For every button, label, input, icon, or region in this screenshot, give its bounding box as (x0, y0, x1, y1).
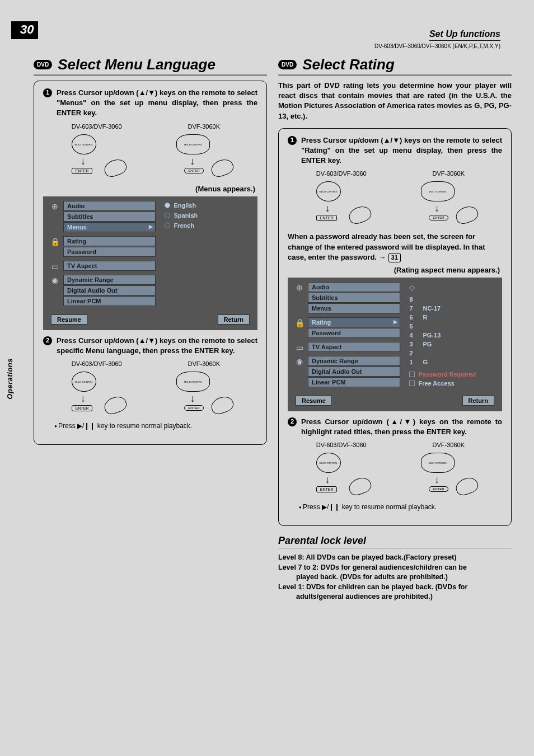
dpad-icon (72, 134, 96, 154)
title-select-rating: Select Rating (302, 56, 395, 73)
step-text: 1 Press Cursor up/down (▲/▼) keys on the… (288, 135, 502, 166)
page-number: 30 (11, 21, 38, 39)
hand-icon (346, 204, 373, 226)
menu-right-pane: English Spanish French (160, 201, 252, 309)
header-section-title: Set Up functions (429, 29, 500, 41)
resume-playback-note: Press ▶/❙❙ key to resume normal playback… (54, 422, 257, 430)
enter-button-graphic: ENTER (184, 405, 203, 411)
dvd-badge-icon: DVD (34, 60, 52, 69)
remote-graphic: ↓ ENTER (173, 132, 235, 177)
menu-group: 🔒 Rating Password (49, 236, 156, 257)
menu-item: Rating (63, 236, 156, 246)
right-step-2: 2 Press Cursor up/down (▲/▼) keys on the… (288, 417, 502, 511)
menu-items: TV Aspect (308, 342, 400, 353)
tv-icon: ▭ (293, 342, 306, 353)
section-title-select-rating: DVD Select Rating (278, 56, 512, 76)
remote-diagram-row: DV-603/DVF-3060 ↓ ENTER DVF-3060K ↓ (43, 360, 257, 414)
step-text: 2 Press Cursor up/down (▲/▼) keys on the… (288, 417, 502, 437)
dvd-badge-icon: DVD (278, 60, 297, 69)
enter-button-graphic: ENTER (316, 486, 338, 492)
rating-option: 8 (407, 295, 496, 304)
menu-item: TV Aspect (308, 342, 400, 352)
step-number-icon: 2 (43, 336, 52, 345)
menus-appears-label: (Menus appears.) (45, 185, 255, 193)
checkbox-icon (409, 381, 415, 386)
checkbox-icon (409, 372, 415, 377)
menu-group: ⊕ Audio Subtitles Menus (293, 282, 400, 314)
rating-option: 6R (407, 313, 496, 322)
menu-items: Audio Subtitles Menus (308, 282, 400, 314)
return-button: Return (218, 314, 250, 325)
option-label: French (174, 222, 194, 229)
rating-option: 7NC-17 (407, 304, 496, 313)
remote-block-b: DVF-3060K ↓ ENTER (418, 442, 479, 495)
remote-label: DVF-3060K (188, 123, 220, 130)
option-label: Spanish (174, 212, 198, 219)
menu-group: ⊕ Audio Subtitles Menus (49, 201, 156, 233)
menu-group: ◉ Dynamic Range Digital Audio Out Linear… (293, 356, 400, 388)
step-number-icon: 1 (288, 136, 297, 145)
menu-item: Dynamic Range (308, 356, 400, 366)
remote-label: DVF-3060K (433, 170, 465, 177)
resume-playback-note: Press ▶/❙❙ key to resume normal playback… (299, 503, 502, 511)
radio-off-icon (165, 223, 170, 228)
hand-icon (102, 157, 128, 179)
remote-block-a: DV-603/DVF-3060 ↓ ENTER (311, 442, 372, 495)
step-number-icon: 1 (43, 88, 52, 97)
enter-button-graphic: ENTER (72, 168, 93, 174)
menu-item: Digital Audio Out (308, 367, 400, 377)
enter-button-graphic: ENTER (429, 486, 448, 492)
enter-button-graphic: ENTER (316, 215, 338, 221)
arrow-down-icon: ↓ (81, 393, 86, 405)
step-instruction: Press Cursor up/down (▲/▼) keys on the r… (57, 88, 257, 119)
enter-button-graphic: ENTER (72, 405, 93, 411)
arrow-down-icon: ↓ (325, 203, 330, 214)
remote-label: DVF-3060K (433, 442, 465, 448)
arrow-right-icon: → (379, 253, 386, 261)
menu-item-selected: Rating (308, 317, 400, 327)
left-step-2: 2 Press Cursor up/down (▲/▼) keys on the… (43, 336, 257, 430)
rating-appears-label: (Rating aspect menu appears.) (290, 266, 500, 274)
remote-block-a: DV-603/DVF-3060 ↓ ENTER (66, 360, 128, 414)
dpad-icon (176, 372, 210, 392)
rating-menu-screenshot: ⊕ Audio Subtitles Menus 🔒 Rati (288, 278, 502, 411)
menu-items: TV Aspect (63, 261, 156, 271)
remote-block-b: DVF-3060K ↓ ENTER (418, 170, 479, 224)
globe-icon: ⊕ (293, 282, 306, 314)
level-8: Level 8: All DVDs can be played back.(Fa… (278, 553, 512, 563)
option-item: Spanish (162, 211, 252, 220)
parental-lock-levels: Level 8: All DVDs can be played back.(Fa… (278, 553, 512, 602)
remote-diagram-row: DV-603/DVF-3060 ↓ ENTER DVF-3060K ↓ (288, 442, 502, 495)
menu-item: Audio (63, 201, 156, 211)
level-1-cont: adults/general audiences are prohibited.… (296, 592, 512, 602)
lock-icon: 🔒 (293, 317, 306, 339)
menu-items: Dynamic Range Digital Audio Out Linear P… (308, 356, 400, 388)
radio-on-icon (165, 203, 170, 208)
menu-item: Audio (308, 282, 400, 292)
remote-graphic: ↓ ENTER (418, 450, 479, 495)
hand-icon (209, 157, 236, 179)
menu-bottom-buttons: Resume Return (293, 396, 496, 406)
dpad-icon (421, 181, 455, 201)
menu-group: ▭ TV Aspect (49, 261, 156, 271)
step-number-icon: 2 (288, 417, 297, 426)
rating-option: 3PG (407, 340, 496, 349)
level-1: Level 1: DVDs for children can be played… (278, 583, 512, 593)
dpad-icon (72, 372, 96, 392)
rating-icon: ◇ (407, 282, 417, 292)
extra-option: Password Required (407, 370, 496, 379)
hand-icon (454, 475, 480, 497)
menu-items: Rating Password (308, 317, 400, 339)
menu-item-selected: Menus (63, 222, 156, 232)
speaker-icon: ◉ (293, 356, 306, 388)
menu-item: Menus (308, 303, 400, 313)
remote-graphic: ↓ ENTER (418, 179, 479, 224)
content-columns: DVD Select Menu Language 1 Press Cursor … (34, 56, 512, 602)
menu-item: Subtitles (63, 212, 156, 222)
remote-graphic: ↓ ENTER (66, 369, 128, 414)
tv-icon: ▭ (49, 261, 61, 271)
menu-item: Subtitles (308, 293, 400, 303)
dpad-icon (316, 181, 341, 201)
enter-button-graphic: ENTER (184, 168, 203, 173)
dpad-icon (176, 134, 210, 154)
